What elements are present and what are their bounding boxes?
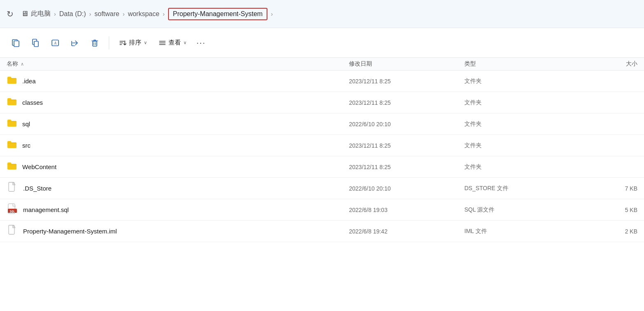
breadcrumb-data-d[interactable]: Data (D:) — [59, 10, 86, 18]
folder-icon — [7, 161, 17, 173]
file-type: 文件夹 — [464, 163, 580, 171]
header-name: 名称 ∧ — [7, 60, 349, 68]
view-button[interactable]: 查看 ∨ — [154, 35, 192, 51]
header-sort-arrow: ∧ — [21, 61, 24, 67]
toolbar-divider — [109, 36, 109, 49]
file-name-text: src — [22, 142, 30, 149]
file-date: 2023/12/11 8:25 — [349, 142, 464, 149]
file-rows: .idea 2023/12/11 8:25 文件夹 classes 2023/1… — [0, 71, 644, 242]
table-row[interactable]: SQL management.sql 2022/6/8 19:03 SQL 源文… — [0, 199, 644, 221]
file-date: 2022/6/8 19:42 — [349, 228, 464, 235]
file-name-cell: WebContent — [7, 161, 349, 173]
view-arrow-icon: ∨ — [183, 40, 187, 45]
trailing-arrow: › — [271, 11, 273, 17]
file-name-text: classes — [22, 99, 43, 106]
header-size: 大小 — [580, 60, 637, 68]
svg-rect-3 — [34, 41, 38, 47]
file-type: 文件夹 — [464, 120, 580, 128]
file-date: 2022/6/8 19:03 — [349, 207, 464, 213]
refresh-button[interactable]: ↻ — [7, 9, 14, 19]
folder-icon — [7, 118, 17, 130]
file-list: 名称 ∧ 修改日期 类型 大小 .idea 2023/12/11 8:25 文件… — [0, 58, 644, 242]
file-name-cell: Property-Management-System.iml — [7, 225, 349, 238]
file-date: 2022/6/10 20:10 — [349, 185, 464, 192]
sort-button[interactable]: 排序 ∨ — [114, 35, 152, 51]
file-name-cell: SQL management.sql — [7, 203, 349, 217]
table-row[interactable]: src 2023/12/11 8:25 文件夹 — [0, 135, 644, 156]
sort-arrow-icon: ∨ — [144, 40, 147, 45]
copy-layout-button[interactable] — [7, 34, 25, 52]
header-type: 类型 — [464, 60, 580, 68]
svg-text:SQL: SQL — [10, 210, 15, 213]
file-date: 2023/12/11 8:25 — [349, 99, 464, 106]
toolbar: A 排序 ∨ 查看 ∨ ··· — [0, 28, 644, 58]
file-type: 文件夹 — [464, 78, 580, 85]
file-date: 2023/12/11 8:25 — [349, 164, 464, 170]
breadcrumb-software[interactable]: software — [94, 10, 119, 18]
address-bar: ↻ 🖥 此电脑 › Data (D:) › software › workspa… — [0, 0, 644, 28]
breadcrumb: 🖥 此电脑 › Data (D:) › software › workspace… — [21, 8, 637, 20]
svg-rect-6 — [93, 41, 97, 46]
table-row[interactable]: classes 2023/12/11 8:25 文件夹 — [0, 92, 644, 113]
table-row[interactable]: .DS_Store 2022/6/10 20:10 DS_STORE 文件 7 … — [0, 178, 644, 199]
sql-file-icon: SQL — [7, 203, 18, 217]
table-row[interactable]: Property-Management-System.iml 2022/6/8 … — [0, 221, 644, 242]
computer-icon: 🖥 — [21, 9, 28, 18]
breadcrumb-sep-3: › — [123, 11, 125, 17]
file-type: IML 文件 — [464, 228, 580, 235]
file-date: 2022/6/10 20:10 — [349, 121, 464, 127]
delete-button[interactable] — [86, 34, 104, 52]
breadcrumb-current[interactable]: Property-Management-System — [168, 8, 268, 20]
breadcrumb-computer[interactable]: 🖥 此电脑 — [21, 9, 51, 18]
folder-icon — [7, 75, 17, 87]
table-row[interactable]: WebContent 2023/12/11 8:25 文件夹 — [0, 156, 644, 178]
svg-text:A: A — [54, 41, 57, 45]
copy-button[interactable] — [26, 34, 44, 52]
file-name-cell: src — [7, 140, 349, 151]
rename-button[interactable]: A — [46, 34, 64, 52]
table-row[interactable]: sql 2022/6/10 20:10 文件夹 — [0, 113, 644, 135]
svg-rect-1 — [14, 41, 19, 47]
table-row[interactable]: .idea 2023/12/11 8:25 文件夹 — [0, 71, 644, 92]
folder-icon — [7, 97, 17, 108]
file-size: 2 KB — [580, 228, 637, 235]
breadcrumb-sep-4: › — [163, 11, 165, 17]
file-name-cell: sql — [7, 118, 349, 130]
file-name-text: .idea — [22, 78, 36, 85]
file-name-text: management.sql — [23, 206, 69, 213]
file-date: 2023/12/11 8:25 — [349, 78, 464, 85]
file-type: 文件夹 — [464, 99, 580, 106]
file-type: 文件夹 — [464, 142, 580, 149]
folder-icon — [7, 140, 17, 151]
file-type: SQL 源文件 — [464, 206, 580, 214]
file-icon — [7, 182, 18, 195]
file-name-text: Property-Management-System.iml — [23, 228, 117, 235]
file-name-cell: .DS_Store — [7, 182, 349, 195]
file-size: 7 KB — [580, 185, 637, 192]
breadcrumb-sep-2: › — [89, 11, 91, 17]
breadcrumb-sep-1: › — [54, 11, 56, 17]
share-button[interactable] — [66, 34, 84, 52]
file-name-text: sql — [22, 120, 30, 127]
file-icon — [7, 225, 18, 238]
file-type: DS_STORE 文件 — [464, 185, 580, 192]
file-list-header: 名称 ∧ 修改日期 类型 大小 — [0, 58, 644, 71]
more-options-button[interactable]: ··· — [193, 35, 209, 51]
header-date: 修改日期 — [349, 60, 464, 68]
file-name-text: WebContent — [22, 163, 56, 170]
breadcrumb-workspace[interactable]: workspace — [128, 10, 159, 18]
file-name-text: .DS_Store — [23, 185, 52, 192]
file-name-cell: classes — [7, 97, 349, 108]
file-size: 5 KB — [580, 207, 637, 213]
file-name-cell: .idea — [7, 75, 349, 87]
